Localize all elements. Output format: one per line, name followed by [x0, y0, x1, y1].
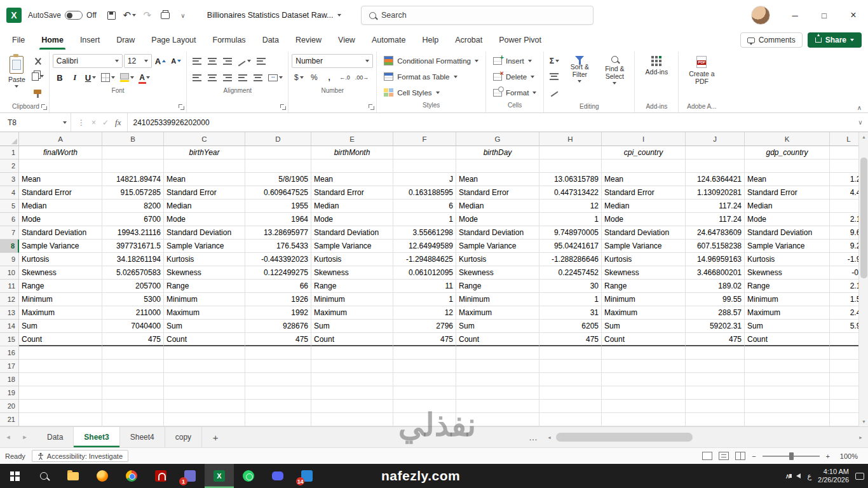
cell-C4[interactable]: Standard Error [164, 186, 245, 200]
cell-F8[interactable]: 12.64949589 [393, 240, 456, 253]
align-center-button[interactable] [205, 71, 219, 85]
cell-J3[interactable]: 124.6364421 [686, 173, 745, 186]
delete-cells-button[interactable]: Delete [489, 69, 540, 85]
cell-J14[interactable]: 59202.31 [686, 320, 745, 333]
cell-J18[interactable] [686, 373, 745, 386]
cell-G7[interactable]: Standard Deviation [456, 226, 539, 240]
collapse-ribbon-button[interactable]: ∧ [857, 104, 862, 111]
cell-C12[interactable]: Minimum [164, 293, 245, 306]
cell-E7[interactable]: Standard Deviation [311, 226, 393, 240]
cell-A3[interactable]: Mean [19, 173, 102, 186]
cell-F7[interactable]: 3.55661298 [393, 226, 456, 240]
cell-E9[interactable]: Kurtosis [311, 253, 393, 266]
font-size-select[interactable]: 12 [124, 54, 152, 68]
cell-K13[interactable]: Maximum [745, 306, 830, 320]
cell-I3[interactable]: Mean [602, 173, 686, 186]
cell-F21[interactable] [393, 413, 456, 426]
cell-E20[interactable] [311, 400, 393, 413]
discord-button[interactable] [263, 464, 292, 488]
middle-align-button[interactable] [205, 54, 219, 68]
cell-I16[interactable] [602, 346, 686, 360]
cell-H14[interactable]: 6205 [539, 320, 602, 333]
cell-H13[interactable]: 31 [539, 306, 602, 320]
save-button[interactable] [103, 6, 121, 24]
cell-H8[interactable]: 95.04241617 [539, 240, 602, 253]
cell-B14[interactable]: 7040400 [102, 320, 164, 333]
cell-D8[interactable]: 176.5433 [245, 240, 311, 253]
number-dialog-launcher[interactable] [369, 104, 374, 110]
cell-I9[interactable]: Kurtosis [602, 253, 686, 266]
cell-B9[interactable]: 34.18261194 [102, 253, 164, 266]
cell-D5[interactable]: 1955 [245, 200, 311, 213]
cell-I12[interactable]: Minimum [602, 293, 686, 306]
cell-F6[interactable]: 1 [393, 213, 456, 226]
font-dialog-launcher[interactable] [179, 104, 184, 110]
column-header-D[interactable]: D [245, 132, 311, 146]
cell-I19[interactable] [602, 386, 686, 400]
page-break-view-button[interactable] [735, 452, 745, 460]
ribbon-tab-draw[interactable]: Draw [108, 30, 143, 50]
cell-J10[interactable]: 3.466800201 [686, 266, 745, 280]
clipboard-dialog-launcher[interactable] [41, 104, 47, 110]
ribbon-tab-home[interactable]: Home [33, 30, 72, 50]
comma-style-button[interactable]: , [322, 71, 336, 85]
cell-A20[interactable] [19, 400, 102, 413]
scroll-right-button[interactable]: ► [856, 427, 865, 447]
cell-E12[interactable]: Minimum [311, 293, 393, 306]
cell-G12[interactable]: Minimum [456, 293, 539, 306]
cell-H10[interactable]: 0.22457452 [539, 266, 602, 280]
cell-F2[interactable] [393, 159, 456, 173]
cell-G18[interactable] [456, 373, 539, 386]
cell-H1[interactable] [539, 146, 602, 159]
cell-G5[interactable]: Median [456, 200, 539, 213]
cell-K21[interactable] [745, 413, 830, 426]
excel-app-icon[interactable]: X [6, 8, 22, 23]
cell-D18[interactable] [245, 373, 311, 386]
row-header-21[interactable]: 21 [0, 413, 19, 426]
ribbon-tab-automate[interactable]: Automate [363, 30, 414, 50]
cell-C7[interactable]: Standard Deviation [164, 226, 245, 240]
redo-button[interactable]: ↷ [139, 6, 156, 24]
column-header-F[interactable]: F [393, 132, 456, 146]
wrap-text-button[interactable] [254, 54, 268, 68]
cell-G11[interactable]: Range [456, 280, 539, 293]
file-explorer-button[interactable] [58, 464, 88, 488]
format-painter-button[interactable] [30, 85, 46, 98]
top-align-button[interactable] [190, 54, 204, 68]
user-avatar[interactable] [751, 6, 770, 25]
cell-H21[interactable] [539, 413, 602, 426]
volume-icon[interactable] [796, 473, 801, 478]
taskbar-search-button[interactable] [29, 464, 58, 488]
row-header-7[interactable]: 7 [0, 226, 19, 240]
cell-D6[interactable]: 1964 [245, 213, 311, 226]
normal-view-button[interactable] [702, 452, 712, 460]
cell-J7[interactable]: 24.64783609 [686, 226, 745, 240]
insert-cells-button[interactable]: Insert [489, 53, 540, 69]
cell-D11[interactable]: 66 [245, 280, 311, 293]
language-indicator[interactable]: ع [807, 472, 811, 480]
bottom-align-button[interactable] [220, 54, 234, 68]
align-right-button[interactable] [220, 71, 234, 85]
sheet-tab-copy[interactable]: copy [165, 427, 202, 447]
decrease-decimal-button[interactable]: .00→ [353, 71, 371, 85]
cell-C6[interactable]: Mode [164, 213, 245, 226]
row-header-3[interactable]: 3 [0, 173, 19, 186]
sheet-more-button[interactable]: … [522, 432, 545, 442]
row-header-17[interactable]: 17 [0, 360, 19, 373]
cell-G8[interactable]: Sample Variance [456, 240, 539, 253]
format-cells-button[interactable]: Format [489, 85, 540, 100]
cell-F4[interactable]: 0.163188595 [393, 186, 456, 200]
cell-F14[interactable]: 2796 [393, 320, 456, 333]
cell-K3[interactable]: Mean [745, 173, 830, 186]
cell-I17[interactable] [602, 360, 686, 373]
share-button[interactable]: Share [808, 32, 862, 48]
cell-K19[interactable] [745, 386, 830, 400]
cell-H18[interactable] [539, 373, 602, 386]
cell-A1[interactable]: finalWorth [19, 146, 102, 159]
cell-K2[interactable] [745, 159, 830, 173]
next-sheet-button[interactable]: ► [17, 427, 33, 447]
cell-F11[interactable]: 11 [393, 280, 456, 293]
cell-C19[interactable] [164, 386, 245, 400]
maximize-button[interactable]: □ [810, 0, 839, 30]
cell-D16[interactable] [245, 346, 311, 360]
